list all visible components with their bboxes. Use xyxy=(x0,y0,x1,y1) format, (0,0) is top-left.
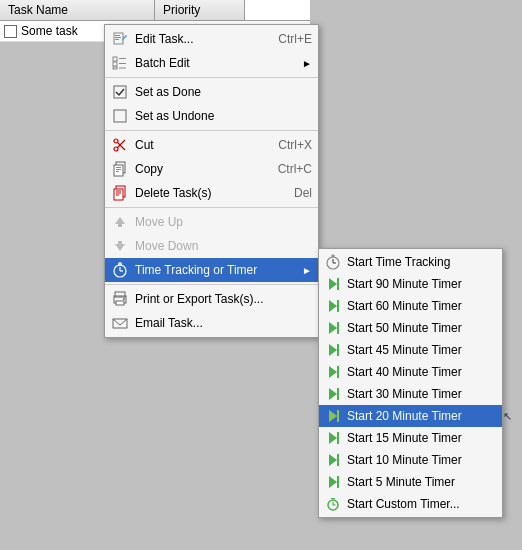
svg-rect-21 xyxy=(116,169,121,170)
svg-rect-31 xyxy=(118,241,122,244)
svg-point-40 xyxy=(123,298,125,300)
menu-item-set-undone[interactable]: Set as Undone xyxy=(105,104,318,128)
submenu-item-start-60[interactable]: Start 60 Minute Timer xyxy=(319,295,502,317)
svg-marker-53 xyxy=(329,344,337,356)
context-menu: Edit Task... Ctrl+E Batch Edit ► Set as xyxy=(104,24,319,338)
svg-marker-49 xyxy=(329,300,337,312)
svg-marker-61 xyxy=(329,432,337,444)
svg-marker-59 xyxy=(329,410,337,422)
batch-icon xyxy=(111,54,129,72)
submenu-item-start-40[interactable]: Start 40 Minute Timer xyxy=(319,361,502,383)
svg-rect-60 xyxy=(337,410,339,422)
timer-custom-icon xyxy=(325,496,341,512)
svg-rect-29 xyxy=(118,224,122,227)
timer-45-icon xyxy=(325,342,341,358)
menu-label-set-done: Set as Done xyxy=(135,85,312,99)
svg-point-14 xyxy=(114,147,118,151)
submenu-item-start-10[interactable]: Start 10 Minute Timer xyxy=(319,449,502,471)
menu-label-move-up: Move Up xyxy=(135,215,312,229)
menu-item-copy[interactable]: Copy Ctrl+C xyxy=(105,157,318,181)
submenu-item-start-20[interactable]: Start 20 Minute Timer ↖ xyxy=(319,405,502,427)
svg-rect-50 xyxy=(337,300,339,312)
svg-rect-66 xyxy=(337,476,339,488)
menu-item-move-down[interactable]: Move Down xyxy=(105,234,318,258)
submenu-item-start-45[interactable]: Start 45 Minute Timer xyxy=(319,339,502,361)
svg-rect-13 xyxy=(114,110,126,122)
menu-item-edit-task[interactable]: Edit Task... Ctrl+E xyxy=(105,27,318,51)
submenu-label-start-time-tracking: Start Time Tracking xyxy=(347,255,496,269)
svg-rect-54 xyxy=(337,344,339,356)
time-tracking-submenu: Start Time Tracking Start 90 Minute Time… xyxy=(318,248,503,518)
menu-item-batch-edit[interactable]: Batch Edit ► xyxy=(105,51,318,75)
svg-rect-62 xyxy=(337,432,339,444)
checkmark-icon xyxy=(111,83,129,101)
submenu-label-start-10: Start 10 Minute Timer xyxy=(347,453,496,467)
submenu-item-start-50[interactable]: Start 50 Minute Timer xyxy=(319,317,502,339)
timer-5-icon xyxy=(325,474,341,490)
shortcut-cut: Ctrl+X xyxy=(278,138,312,152)
blank-checkbox-icon xyxy=(111,107,129,125)
timer-40-icon xyxy=(325,364,341,380)
submenu-label-start-50: Start 50 Minute Timer xyxy=(347,321,496,335)
time-tracking-icon xyxy=(111,261,129,279)
move-up-icon xyxy=(111,213,129,231)
submenu-arrow-batch: ► xyxy=(302,58,312,69)
timer-10-icon xyxy=(325,452,341,468)
svg-marker-28 xyxy=(115,217,125,224)
svg-rect-3 xyxy=(115,39,119,40)
separator-2 xyxy=(105,130,318,131)
task-name-text: Some task xyxy=(21,24,78,38)
move-down-icon xyxy=(111,237,129,255)
svg-rect-6 xyxy=(113,57,117,61)
submenu-label-start-40: Start 40 Minute Timer xyxy=(347,365,496,379)
menu-item-move-up[interactable]: Move Up xyxy=(105,210,318,234)
menu-item-print-export[interactable]: Print or Export Task(s)... xyxy=(105,287,318,311)
svg-marker-47 xyxy=(329,278,337,290)
svg-point-15 xyxy=(114,139,118,143)
svg-marker-63 xyxy=(329,454,337,466)
menu-label-cut: Cut xyxy=(135,138,270,152)
submenu-label-start-45: Start 45 Minute Timer xyxy=(347,343,496,357)
submenu-item-start-90[interactable]: Start 90 Minute Timer xyxy=(319,273,502,295)
scissors-icon xyxy=(111,136,129,154)
menu-label-edit-task: Edit Task... xyxy=(135,32,270,46)
separator-3 xyxy=(105,207,318,208)
separator-1 xyxy=(105,77,318,78)
menu-item-set-done[interactable]: Set as Done xyxy=(105,80,318,104)
submenu-label-start-90: Start 90 Minute Timer xyxy=(347,277,496,291)
header-task-name: Task Name xyxy=(0,0,155,20)
shortcut-delete: Del xyxy=(294,186,312,200)
svg-rect-8 xyxy=(113,67,117,69)
svg-marker-30 xyxy=(115,244,125,251)
email-icon xyxy=(111,314,129,332)
submenu-item-start-time-tracking[interactable]: Start Time Tracking xyxy=(319,251,502,273)
submenu-arrow-time: ► xyxy=(302,265,312,276)
task-header: Task Name Priority xyxy=(0,0,310,21)
menu-item-cut[interactable]: Cut Ctrl+X xyxy=(105,133,318,157)
menu-item-delete[interactable]: Delete Task(s) Del xyxy=(105,181,318,205)
svg-rect-0 xyxy=(114,33,123,44)
submenu-item-start-custom[interactable]: Start Custom Timer... xyxy=(319,493,502,515)
svg-rect-2 xyxy=(115,37,121,38)
menu-item-email-task[interactable]: Email Task... xyxy=(105,311,318,335)
submenu-item-start-5[interactable]: Start 5 Minute Timer xyxy=(319,471,502,493)
submenu-item-start-15[interactable]: Start 15 Minute Timer xyxy=(319,427,502,449)
submenu-label-start-60: Start 60 Minute Timer xyxy=(347,299,496,313)
task-checkbox[interactable] xyxy=(4,25,17,38)
svg-rect-64 xyxy=(337,454,339,466)
svg-rect-20 xyxy=(116,167,121,168)
timer-90-icon xyxy=(325,276,341,292)
menu-label-print-export: Print or Export Task(s)... xyxy=(135,292,312,306)
menu-item-time-tracking[interactable]: Time Tracking or Timer ► xyxy=(105,258,318,282)
menu-label-time-tracking: Time Tracking or Timer xyxy=(135,263,298,277)
svg-rect-48 xyxy=(337,278,339,290)
header-priority: Priority xyxy=(155,0,245,20)
svg-marker-51 xyxy=(329,322,337,334)
svg-marker-65 xyxy=(329,476,337,488)
delete-icon xyxy=(111,184,129,202)
svg-rect-7 xyxy=(113,62,117,66)
print-icon xyxy=(111,290,129,308)
submenu-item-start-30[interactable]: Start 30 Minute Timer xyxy=(319,383,502,405)
svg-rect-11 xyxy=(119,68,126,69)
submenu-label-start-20: Start 20 Minute Timer xyxy=(347,409,496,423)
